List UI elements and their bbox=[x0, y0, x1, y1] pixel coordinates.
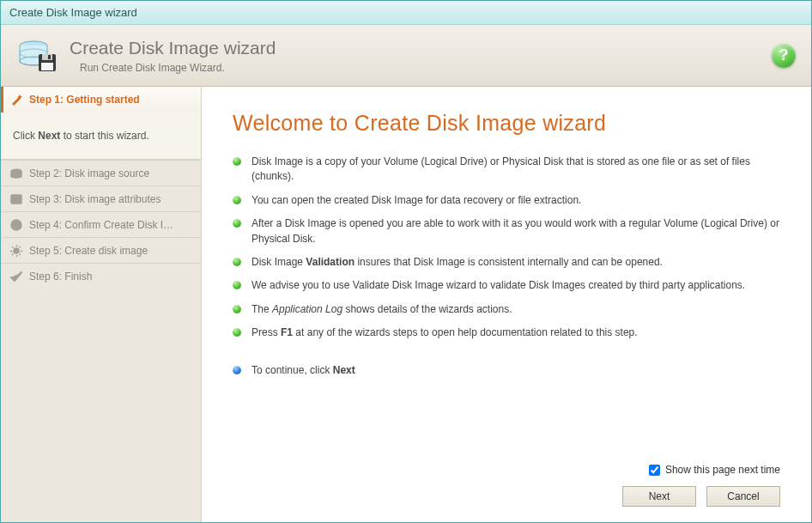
svg-rect-6 bbox=[41, 63, 53, 70]
steps-sidebar: Step 1: Getting started Click Next to st… bbox=[1, 87, 202, 522]
svg-rect-8 bbox=[11, 195, 21, 204]
wizard-header: Create Disk Image wizard Run Create Disk… bbox=[1, 25, 811, 87]
wizard-buttons: Next Cancel bbox=[233, 486, 780, 507]
show-next-time-label[interactable]: Show this page next time bbox=[665, 464, 780, 476]
step-3-disk-image-attributes[interactable]: Step 3: Disk image attributes bbox=[1, 185, 201, 211]
step-instruction: Click Next to start this wizard. bbox=[1, 113, 201, 160]
svg-rect-13 bbox=[15, 224, 17, 228]
svg-point-12 bbox=[15, 222, 17, 223]
info-bullet: We advise you to use Validate Disk Image… bbox=[233, 278, 780, 293]
info-bullet: Disk Image Validation insures that Disk … bbox=[233, 255, 780, 270]
info-bullet: The Application Log shows details of the… bbox=[233, 302, 780, 317]
wizard-window: Create Disk Image wizard Create Disk Ima… bbox=[0, 0, 812, 523]
step-2-disk-image-source[interactable]: Step 2: Disk image source bbox=[1, 160, 201, 185]
step-label: Step 3: Disk image attributes bbox=[29, 193, 161, 205]
header-title: Create Disk Image wizard bbox=[70, 38, 772, 58]
welcome-title: Welcome to Create Disk Image wizard bbox=[233, 111, 780, 136]
step-label: Step 2: Disk image source bbox=[29, 167, 149, 179]
wand-icon bbox=[9, 93, 23, 106]
info-bullet: After a Disk Image is opened you are abl… bbox=[233, 216, 780, 246]
step-4-confirm[interactable]: Step 4: Confirm Create Disk I… bbox=[1, 211, 201, 237]
titlebar[interactable]: Create Disk Image wizard bbox=[1, 1, 811, 25]
step-label: Step 4: Confirm Create Disk I… bbox=[29, 219, 173, 231]
info-bullet: Disk Image is a copy of your Volume (Log… bbox=[233, 155, 780, 185]
properties-icon bbox=[9, 192, 23, 206]
disk-image-icon bbox=[16, 35, 58, 76]
step-1-getting-started[interactable]: Step 1: Getting started bbox=[1, 87, 201, 113]
info-icon bbox=[9, 218, 23, 232]
svg-rect-4 bbox=[42, 54, 52, 60]
header-subtitle: Run Create Disk Image Wizard. bbox=[70, 62, 772, 74]
svg-rect-5 bbox=[48, 55, 51, 59]
next-button[interactable]: Next bbox=[622, 486, 696, 507]
window-title: Create Disk Image wizard bbox=[9, 6, 137, 19]
wizard-body: Step 1: Getting started Click Next to st… bbox=[1, 87, 811, 522]
step-label: Step 5: Create disk image bbox=[29, 245, 148, 257]
svg-point-14 bbox=[14, 248, 19, 253]
show-next-time-row: Show this page next time bbox=[233, 464, 780, 476]
info-bullet: You can open the created Disk Image for … bbox=[233, 193, 780, 208]
help-button[interactable]: ? bbox=[772, 44, 796, 68]
continue-bullet: To continue, click Next bbox=[233, 363, 780, 378]
gear-icon bbox=[9, 244, 23, 258]
disks-icon bbox=[9, 167, 23, 180]
info-bullet: Press F1 at any of the wizards steps to … bbox=[233, 325, 780, 340]
step-label: Step 1: Getting started bbox=[29, 94, 140, 106]
wizard-content: Welcome to Create Disk Image wizard Disk… bbox=[202, 87, 811, 522]
show-next-time-checkbox[interactable] bbox=[649, 465, 660, 476]
step-label: Step 6: Finish bbox=[29, 271, 92, 283]
cancel-button[interactable]: Cancel bbox=[706, 486, 780, 507]
header-text: Create Disk Image wizard Run Create Disk… bbox=[70, 38, 772, 74]
step-5-create[interactable]: Step 5: Create disk image bbox=[1, 237, 201, 263]
check-icon bbox=[9, 270, 23, 283]
step-6-finish[interactable]: Step 6: Finish bbox=[1, 263, 201, 289]
info-bullet-list: Disk Image is a copy of your Volume (Log… bbox=[233, 155, 780, 386]
